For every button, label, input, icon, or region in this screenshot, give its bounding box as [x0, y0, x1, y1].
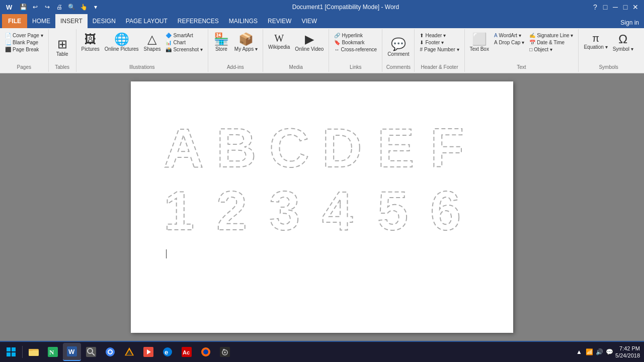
print-preview-icon[interactable]: 🔍 — [66, 2, 76, 12]
bookmark-btn[interactable]: 🔖 Bookmark — [332, 39, 379, 46]
camera-btn[interactable] — [216, 343, 234, 361]
tab-insert[interactable]: INSERT — [55, 14, 88, 28]
pictures-icon: 🖼 — [85, 33, 97, 45]
pages-group-label: Pages — [17, 64, 31, 71]
footer-btn[interactable]: ⬇ Footer ▾ — [418, 39, 461, 46]
text-box-icon: ⬜ — [472, 33, 487, 45]
smartart-label: SmartArt — [173, 33, 193, 38]
close-btn[interactable]: ✕ — [631, 3, 640, 12]
svg-text:Ac: Ac — [183, 349, 190, 355]
word-logo-icon: W — [4, 2, 14, 12]
table-btn[interactable]: ⊞ Table — [52, 32, 72, 62]
video-btn[interactable] — [139, 343, 157, 361]
sign-in-link[interactable]: Sign in — [615, 17, 644, 28]
pictures-btn[interactable]: 🖼 Pictures — [79, 32, 102, 53]
ribbon-display-btn[interactable]: □ — [601, 3, 610, 12]
online-video-btn[interactable]: ▶ Online Video — [293, 32, 326, 53]
document-page[interactable]: .dash-letter { font-family: Arial Black,… — [131, 81, 513, 333]
tab-home[interactable]: HOME — [27, 14, 55, 28]
online-video-icon: ▶ — [305, 33, 314, 45]
network-icon[interactable]: 📶 — [585, 348, 593, 356]
chart-btn[interactable]: 📊 Chart — [164, 39, 204, 46]
tray-arrow-icon[interactable]: ▲ — [575, 348, 583, 356]
page-break-btn[interactable]: ⬛ Page Break — [3, 46, 45, 53]
start-btn[interactable] — [2, 343, 20, 361]
symbol-btn[interactable]: Ω Symbol ▾ — [611, 32, 635, 53]
firefox-btn[interactable] — [197, 343, 215, 361]
online-pictures-btn[interactable]: 🌐 Online Pictures — [103, 32, 141, 53]
search-btn[interactable] — [82, 343, 100, 361]
svg-text:D: D — [322, 117, 362, 178]
blank-page-btn[interactable]: 📃 Blank Page — [3, 39, 45, 46]
my-apps-label: My Apps ▾ — [234, 46, 258, 52]
redo-quick-icon[interactable]: ↪ — [42, 2, 52, 12]
page-number-btn[interactable]: # Page Number ▾ — [418, 46, 461, 53]
store-btn[interactable]: 🏪 Store — [211, 32, 231, 53]
illustrations-group-label: Illustrations — [129, 64, 155, 71]
text-cursor-area[interactable] — [165, 249, 483, 258]
taskbar-clock[interactable]: 7:42 PM 5/24/2018 — [615, 345, 640, 359]
touch-icon[interactable]: 👆 — [78, 2, 89, 12]
svg-point-43 — [224, 351, 226, 353]
customize-quick-icon[interactable]: 🖨 — [54, 2, 64, 12]
svg-rect-15 — [12, 347, 16, 351]
comment-btn[interactable]: 💬 Comment — [385, 32, 411, 62]
header-btn[interactable]: ⬆ Header ▾ — [418, 32, 461, 39]
cross-reference-btn[interactable]: ↔ Cross-reference — [332, 46, 379, 53]
document-scroll-area[interactable]: .dash-letter { font-family: Arial Black,… — [0, 73, 644, 341]
svg-text:E: E — [377, 117, 414, 178]
symbols-buttons: π Equation ▾ Ω Symbol ▾ — [581, 30, 636, 64]
edge-btn[interactable]: e — [158, 343, 177, 361]
minimize-btn[interactable]: ─ — [611, 3, 620, 12]
tab-page-layout[interactable]: PAGE LAYOUT — [121, 14, 173, 28]
text-col: A WordArt ▾ A Drop Cap ▾ — [492, 32, 526, 46]
wikipedia-btn[interactable]: W Wikipedia — [266, 32, 292, 51]
undo-quick-icon[interactable]: ↩ — [30, 2, 40, 12]
word-app-btn[interactable]: W — [63, 343, 81, 361]
comments-buttons: 💬 Comment — [384, 30, 412, 64]
chrome-btn[interactable] — [101, 343, 119, 361]
date-time-btn[interactable]: 📅 Date & Time — [527, 39, 575, 46]
acrobat-btn[interactable]: Ac — [178, 343, 196, 361]
my-apps-btn[interactable]: 📦 My Apps ▾ — [232, 32, 260, 53]
notification-icon[interactable]: 💬 — [605, 348, 613, 356]
hyperlink-btn[interactable]: 🔗 Hyperlink — [332, 32, 379, 39]
equation-btn[interactable]: π Equation ▾ — [582, 32, 609, 51]
wordart-btn[interactable]: A WordArt ▾ — [492, 32, 526, 39]
vlc-btn[interactable] — [120, 343, 138, 361]
screenshot-btn[interactable]: 📸 Screenshot ▾ — [164, 46, 204, 53]
text-box-btn[interactable]: ⬜ Text Box — [468, 32, 491, 53]
svg-text:W: W — [68, 348, 75, 355]
ribbon-group-media: W Wikipedia ▶ Online Video Media — [263, 29, 329, 72]
tab-file[interactable]: FILE — [2, 14, 27, 28]
tab-view[interactable]: VIEW — [296, 14, 322, 28]
online-video-label: Online Video — [295, 46, 324, 52]
smartart-btn[interactable]: 🔷 SmartArt — [164, 32, 204, 39]
drop-cap-btn[interactable]: A Drop Cap ▾ — [492, 39, 526, 46]
store-label: Store — [215, 46, 227, 52]
help-btn[interactable]: ? — [591, 3, 600, 12]
cover-page-btn[interactable]: 📄 Cover Page ▾ — [3, 32, 45, 39]
text-cursor — [166, 249, 167, 258]
signature-line-btn[interactable]: ✍ Signature Line ▾ — [527, 32, 575, 39]
ribbon-group-header-footer: ⬆ Header ▾ ⬇ Footer ▾ # Page Number ▾ He… — [415, 29, 464, 72]
online-pictures-label: Online Pictures — [105, 46, 139, 52]
tab-review[interactable]: REVIEW — [263, 14, 296, 28]
volume-icon[interactable]: 🔊 — [595, 348, 603, 356]
maximize-btn[interactable]: □ — [621, 3, 630, 12]
tab-references[interactable]: REFERENCES — [173, 14, 224, 28]
text-group-label: Text — [517, 64, 526, 71]
object-btn[interactable]: □ Object ▾ — [527, 46, 575, 53]
header-footer-buttons: ⬆ Header ▾ ⬇ Footer ▾ # Page Number ▾ — [417, 30, 462, 64]
wikipedia-icon: W — [274, 33, 284, 43]
explorer-btn[interactable] — [25, 343, 43, 361]
blank-page-icon: 📃 — [5, 40, 11, 45]
word-notepad-btn[interactable]: N — [44, 343, 62, 361]
header-label: Header ▾ — [425, 33, 446, 38]
save-quick-icon[interactable]: 💾 — [18, 2, 28, 12]
tab-design[interactable]: DESIGN — [88, 14, 121, 28]
tab-mailings[interactable]: MAILINGS — [224, 14, 263, 28]
shapes-btn[interactable]: △ Shapes — [142, 32, 163, 53]
comments-group-label: Comments — [386, 64, 411, 71]
more-quick-icon[interactable]: ▾ — [91, 2, 101, 12]
